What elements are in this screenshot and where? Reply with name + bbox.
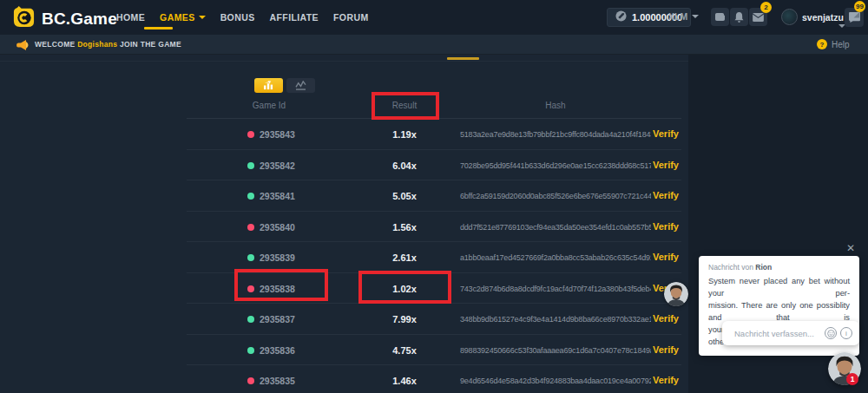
status-dot: [247, 254, 254, 261]
table-row: 2935840 1.56x ddd7f521e87769103ecf94ea35…: [187, 212, 681, 243]
welcome-username: Dogishans: [77, 40, 117, 49]
trend-line-icon: [295, 81, 306, 90]
chat-count-badge: 99: [854, 1, 865, 12]
hash-value: 9e4d6546d4e58a42d3b4f924883baa4daac019ce…: [460, 377, 651, 385]
chat-input[interactable]: [734, 329, 821, 338]
active-tab-underline: [447, 57, 479, 60]
mail-icon: [753, 13, 764, 22]
user-avatar[interactable]: [781, 9, 798, 25]
status-dot: [247, 131, 254, 138]
result-value: 2.61x: [343, 252, 466, 263]
notifications-button[interactable]: [730, 8, 748, 26]
game-id: 2935835: [260, 376, 295, 386]
table-body: 2935843 1.19x 5183a2ea7e9d8e13fb79bbf21b…: [187, 119, 681, 393]
result-value: 4.75x: [343, 345, 466, 356]
bell-icon: [734, 12, 744, 23]
welcome-prefix: WELCOME: [35, 40, 75, 49]
mail-count-badge: 2: [760, 2, 772, 13]
username[interactable]: svenjatzu: [802, 12, 844, 23]
hash-value: a1bb0eaaf17ed4527669f2a0bba8cc53abab26c6…: [460, 253, 651, 262]
close-icon[interactable]: ✕: [846, 242, 855, 254]
game-id: 2935841: [260, 191, 295, 201]
table-row: 2935837 7.99x 348bb9db61527e4c9f3e4a1414…: [187, 304, 681, 335]
game-id: 2935837: [260, 314, 295, 324]
chat-input-pill: i: [722, 321, 859, 345]
currency-selector[interactable]: XLM: [668, 11, 699, 22]
currency-code: XLM: [668, 11, 687, 22]
chat-sender-name: Rion: [755, 263, 772, 272]
verify-link[interactable]: Verify: [653, 375, 679, 385]
wallet-button[interactable]: [711, 8, 729, 26]
nav-forum[interactable]: FORUM: [333, 12, 369, 23]
chat-bubble-icon: [849, 12, 860, 23]
status-dot: [247, 316, 254, 323]
status-dot: [247, 224, 254, 231]
status-dot: [247, 162, 254, 169]
result-value: 6.04x: [343, 160, 466, 171]
status-dot: [247, 347, 254, 354]
bc-game-page: BC.Game HOME GAMES BONUS AFFILIATE FORUM…: [0, 0, 868, 393]
result-value: 1.56x: [343, 222, 466, 233]
active-nav-underline: [144, 27, 173, 29]
result-value: 1.19x: [343, 129, 466, 140]
welcome-suffix: JOIN THE GAME: [120, 40, 181, 49]
verify-link[interactable]: Verify: [653, 344, 679, 355]
nav-bonus[interactable]: BONUS: [220, 12, 255, 23]
verify-link[interactable]: Verify: [653, 160, 679, 170]
brand-name: BC.Game: [42, 10, 117, 29]
nav-games[interactable]: GAMES: [160, 12, 206, 23]
nav-home[interactable]: HOME: [116, 12, 145, 23]
annotation-box-result-header: [372, 92, 439, 120]
result-value: 7.99x: [343, 314, 466, 324]
table-row: 2935836 4.75x 8988392450666c53f30afaaaea…: [187, 335, 681, 366]
announcement-bar: WELCOME Dogishans JOIN THE GAME ? Help: [0, 35, 868, 55]
hash-value: ddd7f521e87769103ecf94ea35da50ee354efd1c…: [460, 223, 651, 232]
chat-unread-badge: 1: [846, 373, 858, 385]
annotation-box-result-1-02x: [358, 271, 451, 304]
result-value: 1.46x: [343, 376, 466, 386]
game-id: 2935839: [260, 252, 295, 263]
column-header-game-id: Game Id: [239, 101, 299, 110]
question-mark-icon: ?: [817, 39, 827, 49]
chevron-down-icon: [692, 15, 699, 18]
status-dot: [247, 377, 254, 384]
nav-affiliate[interactable]: AFFILIATE: [270, 12, 319, 23]
game-id: 2935843: [260, 129, 295, 140]
chevron-down-icon: [199, 16, 206, 19]
verify-link[interactable]: Verify: [653, 252, 679, 262]
wallet-icon: [714, 12, 726, 22]
result-value: 5.05x: [343, 191, 466, 201]
emoji-icon[interactable]: [825, 327, 837, 339]
game-id: 2935836: [260, 345, 295, 356]
hash-value: 743c2d874b6d8a8dcdf9fc19acf4d70f74f12a38…: [460, 285, 651, 293]
chat-from-label: Nachricht von: [708, 263, 753, 272]
annotation-box-game-id-2935838: [234, 269, 328, 301]
coin-icon: [615, 10, 627, 25]
help-button[interactable]: ? Help: [817, 39, 850, 49]
welcome-message: WELCOME Dogishans JOIN THE GAME: [35, 40, 181, 49]
info-icon[interactable]: i: [840, 327, 852, 339]
bar-chart-icon: [263, 81, 274, 90]
megaphone-icon: [16, 39, 29, 55]
game-id: 2935840: [260, 222, 295, 233]
nav-games-label: GAMES: [160, 12, 195, 23]
table-row: 2935843 1.19x 5183a2ea7e9d8e13fb79bbf21b…: [187, 119, 681, 150]
column-header-hash: Hash: [508, 101, 603, 110]
table-row: 2935841 5.05x 6bffc2a59159d2060d0abc85f5…: [187, 180, 681, 212]
table-row: 2935842 6.04x 7028be95dd95f441b633d6d296…: [187, 150, 681, 181]
bc-game-logo-icon: [12, 5, 36, 32]
brand-logo[interactable]: BC.Game: [12, 5, 117, 32]
status-dot: [247, 193, 254, 200]
game-id: 2935842: [260, 160, 295, 171]
verify-link[interactable]: Verify: [653, 313, 679, 324]
verify-link[interactable]: Verify: [653, 221, 679, 232]
hash-value: 348bb9db61527e4c9f3e4a1414d9b8ba66ce8970…: [460, 315, 651, 324]
game-history-table: Game Id Result Hash 2935843 1.19x 5183a2…: [187, 91, 681, 393]
help-label: Help: [832, 40, 850, 49]
hash-value: 8988392450666c53f30afaaaea69c1d6a7c0407e…: [460, 346, 651, 355]
verify-link[interactable]: Verify: [653, 128, 679, 139]
chat-from-line: Nachricht von Rion: [708, 263, 850, 272]
main-nav: HOME GAMES BONUS AFFILIATE FORUM: [116, 0, 369, 35]
sender-avatar: [664, 282, 688, 306]
verify-link[interactable]: Verify: [653, 190, 679, 200]
